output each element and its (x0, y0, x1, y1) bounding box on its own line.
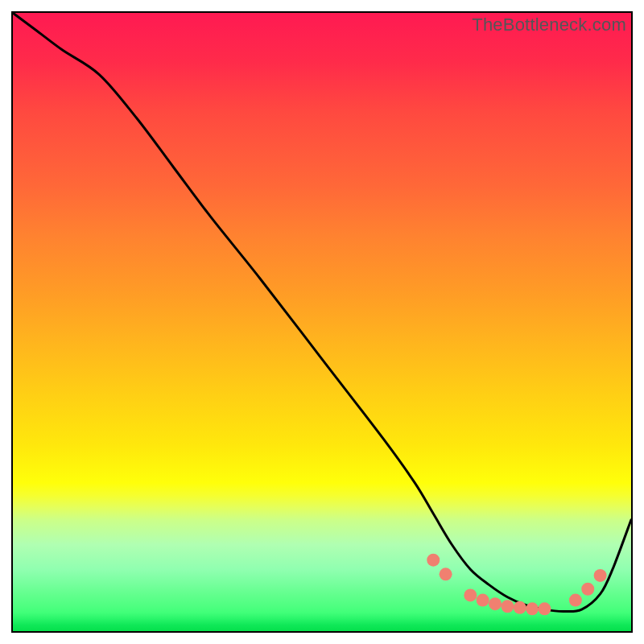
marker-dot (569, 594, 582, 607)
marker-dot (501, 600, 514, 613)
marker-dot (489, 597, 502, 610)
chart-svg (13, 13, 631, 631)
marker-dot (538, 602, 551, 615)
chart-container: TheBottleneck.com (0, 0, 644, 644)
bottleneck-curve-path (13, 13, 631, 612)
watermark-label: TheBottleneck.com (472, 14, 626, 35)
plot-area (11, 11, 633, 633)
marker-dot (477, 594, 489, 607)
marker-dot (464, 588, 477, 601)
marker-dot (526, 602, 539, 615)
marker-dot (594, 569, 607, 582)
marker-dot (514, 601, 526, 614)
marker-dot (581, 583, 594, 596)
marker-dot (427, 554, 440, 567)
marker-dot (440, 568, 452, 580)
markers-group (427, 554, 606, 616)
